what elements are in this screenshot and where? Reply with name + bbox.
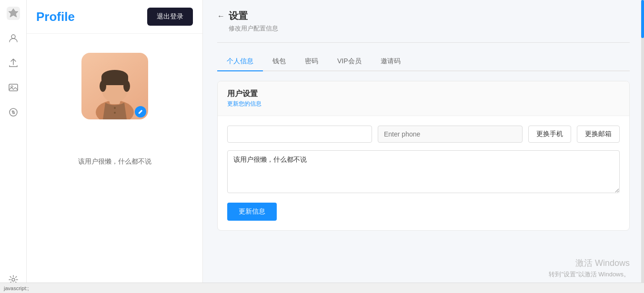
compass-nav-icon[interactable]	[6, 105, 21, 120]
page-back: ← 设置	[217, 10, 630, 22]
svg-point-5	[12, 278, 15, 281]
svg-point-3	[11, 86, 13, 88]
tab-vip[interactable]: VIP会员	[328, 52, 371, 71]
phone-input[interactable]	[378, 126, 523, 143]
back-arrow-icon[interactable]: ←	[217, 12, 225, 20]
windows-watermark: 激活 Windows 转到"设置"以激活 Windows。	[549, 257, 630, 279]
avatar-section: 该用户很懒，什么都不说	[69, 34, 161, 176]
form-row-top: 更换手机 更换邮箱	[227, 126, 620, 143]
sidebar-title: Profile	[36, 10, 75, 24]
image-nav-icon[interactable]	[6, 80, 21, 95]
page-subtitle: 修改用户配置信息	[229, 24, 630, 33]
settings-card-subtitle: 更新您的信息	[227, 100, 620, 108]
settings-card: 用户设置 更新您的信息 更换手机 更换邮箱 该用户很懒，什么都不说 更新信息	[217, 81, 630, 231]
header-divider	[217, 42, 630, 43]
settings-card-title: 用户设置	[227, 89, 620, 99]
status-bar-text: javascript:;	[4, 285, 29, 291]
change-email-button[interactable]: 更换邮箱	[577, 126, 620, 143]
svg-point-1	[11, 35, 15, 39]
sidebar: Profile 退出登录	[27, 0, 203, 293]
icon-bar	[0, 0, 27, 293]
username-input[interactable]	[227, 126, 372, 143]
svg-point-13	[114, 107, 116, 109]
tab-wallet[interactable]: 钱包	[263, 52, 295, 71]
avatar-wrapper	[81, 53, 148, 119]
page-title: 设置	[229, 10, 248, 22]
submit-button[interactable]: 更新信息	[227, 203, 277, 221]
main-content: ← 设置 修改用户配置信息 个人信息 钱包 密码 VIP会员 邀请码 用户设置 …	[203, 0, 644, 293]
tab-invite-code[interactable]: 邀请码	[371, 52, 410, 71]
user-nav-icon[interactable]	[6, 30, 21, 46]
logo-icon[interactable]	[6, 6, 21, 21]
sidebar-bio: 该用户很懒，什么都不说	[78, 157, 151, 166]
tab-password[interactable]: 密码	[295, 52, 328, 71]
tab-personal-info[interactable]: 个人信息	[217, 52, 263, 71]
windows-activate-title: 激活 Windows	[549, 257, 630, 270]
scroll-thumb	[641, 0, 644, 38]
upload-nav-icon[interactable]	[6, 55, 21, 70]
windows-activate-subtitle: 转到"设置"以激活 Windows。	[549, 270, 630, 279]
svg-rect-12	[101, 76, 128, 85]
scroll-indicator[interactable]	[641, 0, 644, 293]
svg-rect-2	[9, 84, 18, 91]
bio-textarea[interactable]: 该用户很懒，什么都不说	[227, 150, 620, 193]
avatar-edit-badge[interactable]	[135, 106, 146, 117]
tabs-bar: 个人信息 钱包 密码 VIP会员 邀请码	[217, 52, 630, 71]
status-bar: javascript:;	[0, 283, 644, 293]
svg-point-14	[114, 112, 116, 114]
logout-button[interactable]: 退出登录	[147, 8, 193, 26]
settings-card-body: 更换手机 更换邮箱 该用户很懒，什么都不说 更新信息	[218, 116, 629, 230]
settings-card-header: 用户设置 更新您的信息	[218, 81, 629, 116]
change-phone-button[interactable]: 更换手机	[528, 126, 571, 143]
sidebar-header: Profile 退出登录	[27, 0, 202, 34]
